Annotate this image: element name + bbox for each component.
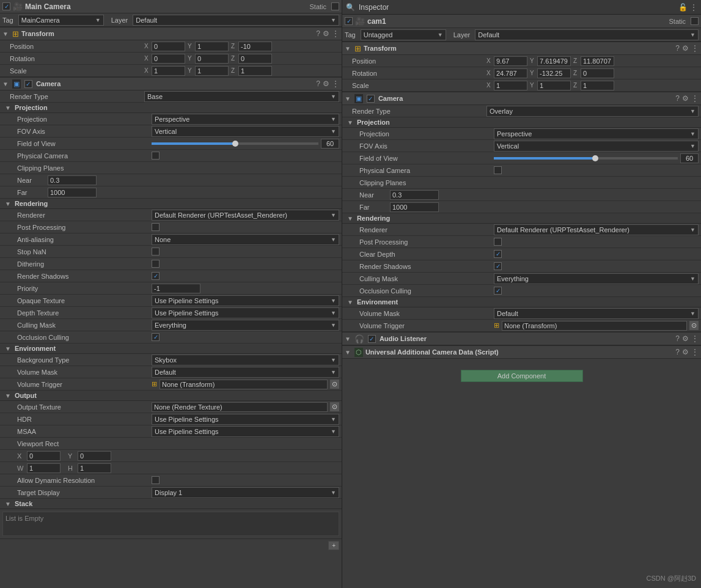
right-render-shadows-checkbox[interactable]: ✓ — [494, 262, 502, 270]
right-fov-thumb[interactable] — [592, 155, 598, 161]
left-hdr-dropdown[interactable]: Use Pipeline Settings ▼ — [152, 414, 339, 425]
left-camera-help-icon[interactable]: ? — [316, 79, 320, 88]
right-more-icon[interactable]: ⋮ — [690, 3, 697, 12]
right-culling-mask-dropdown[interactable]: Everything ▼ — [494, 273, 699, 284]
left-stack-section[interactable]: ▼ Stack — [0, 499, 342, 509]
right-script-kebab-icon[interactable]: ⋮ — [691, 348, 699, 356]
left-fov-axis-dropdown[interactable]: Vertical ▼ — [152, 126, 339, 137]
left-physical-camera-checkbox[interactable] — [152, 152, 160, 160]
right-camera-kebab-icon[interactable]: ⋮ — [691, 94, 699, 103]
left-pos-z-input[interactable] — [238, 42, 272, 51]
right-projection-dropdown[interactable]: Perspective ▼ — [494, 128, 699, 139]
right-near-input[interactable] — [390, 190, 439, 200]
right-camera-header[interactable]: ▼ ▣ ✓ Camera ? ⚙ ⋮ — [342, 92, 701, 105]
left-pos-y-input[interactable] — [195, 42, 229, 51]
left-scale-y-input[interactable] — [195, 66, 229, 76]
left-bg-type-dropdown[interactable]: Skybox ▼ — [152, 355, 339, 366]
left-culling-mask-dropdown[interactable]: Everything ▼ — [152, 320, 339, 331]
right-volume-trigger-input[interactable] — [502, 321, 687, 331]
left-occlusion-culling-checkbox[interactable]: ✓ — [152, 333, 160, 341]
left-msaa-dropdown[interactable]: Use Pipeline Settings ▼ — [152, 426, 339, 437]
right-pos-z-input[interactable] — [581, 56, 614, 66]
left-rot-x-input[interactable] — [152, 54, 185, 64]
right-pos-x-input[interactable] — [494, 56, 527, 66]
left-far-input[interactable] — [48, 188, 97, 197]
right-audio-kebab-icon[interactable]: ⋮ — [691, 334, 699, 343]
right-projection-section[interactable]: ▼ Projection — [342, 117, 701, 128]
right-scale-z-input[interactable] — [581, 81, 614, 90]
left-projection-section[interactable]: ▼ Projection — [0, 103, 342, 113]
right-far-input[interactable] — [390, 202, 439, 212]
right-rot-y-input[interactable] — [537, 68, 571, 78]
left-camera-kebab-icon[interactable]: ⋮ — [332, 79, 339, 88]
left-transform-header[interactable]: ▼ ⊞ Transform ? ⚙ ⋮ — [0, 27, 342, 40]
left-post-processing-checkbox[interactable] — [152, 223, 160, 231]
left-fov-track[interactable] — [152, 142, 318, 145]
left-camera-comp-checkbox[interactable]: ✓ — [24, 80, 32, 88]
left-volume-trigger-picker[interactable]: ⊙ — [330, 380, 339, 389]
left-vp-h-input[interactable] — [78, 463, 111, 473]
right-scale-y-input[interactable] — [537, 81, 571, 90]
right-audio-help-icon[interactable]: ? — [675, 334, 680, 343]
left-render-type-dropdown[interactable]: Base ▼ — [144, 91, 339, 102]
right-occlusion-culling-checkbox[interactable]: ✓ — [494, 287, 502, 295]
right-renderer-dropdown[interactable]: Default Renderer (URPTestAsset_Renderer)… — [494, 224, 699, 235]
left-vp-y-input[interactable] — [78, 451, 111, 461]
right-object-checkbox[interactable]: ✓ — [345, 17, 353, 25]
left-fov-value-input[interactable] — [321, 139, 339, 149]
right-layer-dropdown[interactable]: Default ▼ — [475, 29, 699, 40]
left-scale-z-input[interactable] — [238, 66, 272, 76]
left-dithering-checkbox[interactable] — [152, 260, 160, 268]
left-object-header[interactable]: ✓ 🎥 Main Camera Static — [0, 0, 342, 13]
left-object-checkbox[interactable]: ✓ — [2, 2, 10, 10]
right-pos-y-input[interactable] — [537, 56, 571, 66]
right-script-settings-icon[interactable]: ⚙ — [682, 348, 689, 356]
left-rendering-section[interactable]: ▼ Rendering — [0, 199, 342, 209]
left-output-section[interactable]: ▼ Output — [0, 391, 342, 401]
left-output-texture-picker[interactable]: ⊙ — [330, 402, 339, 411]
right-lock-icon[interactable]: 🔓 — [678, 3, 688, 12]
right-volume-trigger-picker[interactable]: ⊙ — [689, 321, 699, 330]
right-fov-axis-dropdown[interactable]: Vertical ▼ — [494, 141, 699, 152]
left-vp-x-input[interactable] — [27, 451, 61, 461]
right-camera-help-icon[interactable]: ? — [675, 94, 680, 103]
left-rot-y-input[interactable] — [195, 54, 229, 64]
right-static-checkbox[interactable] — [691, 17, 699, 25]
right-camera-comp-checkbox[interactable]: ✓ — [367, 95, 375, 103]
right-transform-help-icon[interactable]: ? — [675, 44, 680, 53]
left-pos-x-input[interactable] — [152, 42, 185, 51]
right-render-type-dropdown[interactable]: Overlay ▼ — [486, 106, 699, 117]
left-allow-dynamic-checkbox[interactable] — [152, 476, 160, 484]
left-near-input[interactable] — [48, 175, 97, 185]
right-tag-dropdown[interactable]: Untagged ▼ — [361, 29, 446, 40]
left-anti-aliasing-dropdown[interactable]: None ▼ — [152, 234, 339, 245]
right-audio-listener-header[interactable]: ▼ 🎧 ✓ Audio Listener ? ⚙ ⋮ — [342, 332, 701, 345]
right-environment-section[interactable]: ▼ Environment — [342, 297, 701, 307]
right-object-header[interactable]: ✓ 🎥 cam1 Static — [342, 15, 701, 28]
left-camera-settings-icon[interactable]: ⚙ — [323, 79, 329, 88]
right-audio-settings-icon[interactable]: ⚙ — [682, 334, 689, 343]
right-transform-header[interactable]: ▼ ⊞ Transform ? ⚙ ⋮ — [342, 42, 701, 55]
left-renderer-dropdown[interactable]: Default Renderer (URPTestAsset_Renderer)… — [152, 210, 339, 221]
right-clear-depth-checkbox[interactable]: ✓ — [494, 250, 502, 258]
left-render-shadows-checkbox[interactable]: ✓ — [152, 272, 160, 280]
right-audio-listener-checkbox[interactable]: ✓ — [368, 335, 376, 343]
left-volume-mask-dropdown[interactable]: Default ▼ — [152, 367, 339, 378]
right-script-help-icon[interactable]: ? — [675, 348, 680, 356]
left-environment-section[interactable]: ▼ Environment — [0, 344, 342, 354]
right-fov-value-input[interactable] — [680, 153, 699, 163]
left-output-texture-input[interactable] — [152, 402, 328, 412]
left-transform-settings-icon[interactable]: ⚙ — [323, 29, 329, 38]
left-target-display-dropdown[interactable]: Display 1 ▼ — [152, 487, 339, 498]
left-volume-trigger-input[interactable] — [160, 380, 328, 389]
right-fov-track[interactable] — [494, 157, 678, 160]
right-scale-x-input[interactable] — [494, 81, 527, 90]
left-stop-nan-checkbox[interactable] — [152, 248, 160, 255]
left-opaque-texture-dropdown[interactable]: Use Pipeline Settings ▼ — [152, 295, 339, 306]
right-volume-mask-dropdown[interactable]: Default ▼ — [494, 308, 699, 319]
right-rot-z-input[interactable] — [581, 68, 614, 78]
left-transform-kebab-icon[interactable]: ⋮ — [332, 29, 339, 38]
left-layer-dropdown[interactable]: Default ▼ — [133, 15, 339, 26]
left-tag-dropdown[interactable]: MainCamera ▼ — [18, 15, 104, 26]
right-transform-kebab-icon[interactable]: ⋮ — [691, 44, 699, 53]
